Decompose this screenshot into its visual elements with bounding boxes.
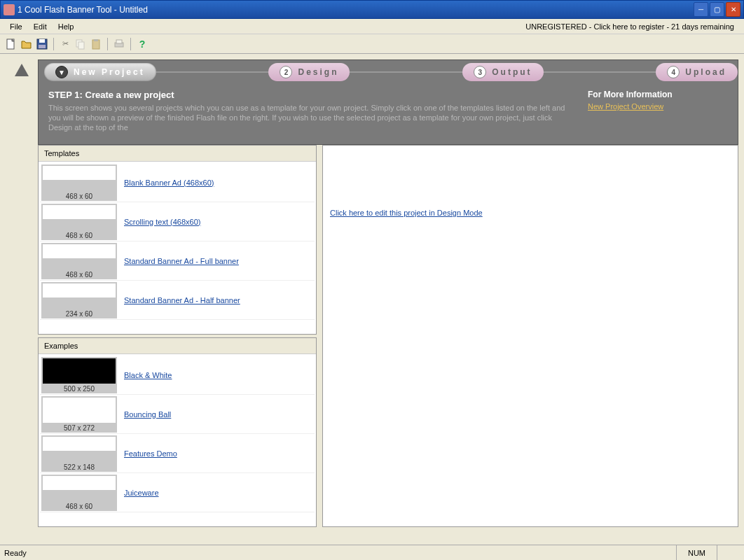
step-label: New Project (74, 67, 145, 77)
template-dimensions: 522 x 148 (41, 463, 117, 472)
list-item[interactable]: 468 x 60Scrolling text (468x60) (40, 202, 315, 241)
template-dimensions: 507 x 272 (41, 424, 117, 433)
left-column: Templates 468 x 60Blank Banner Ad (468x6… (38, 145, 317, 527)
window-controls: ─ ▢ ✕ (694, 2, 740, 17)
list-item[interactable]: 507 x 272Bouncing Ball (40, 395, 315, 434)
content-row: Templates 468 x 60Blank Banner Ad (468x6… (38, 145, 738, 527)
toolbar-separator (130, 38, 131, 50)
step-label: Output (492, 67, 532, 77)
toolbar: ✂ ? (0, 34, 744, 54)
menu-file[interactable]: File (4, 21, 28, 32)
step-number: 4 (667, 66, 680, 78)
template-dimensions: 500 x 250 (41, 384, 117, 393)
step-upload[interactable]: 4 Upload (656, 63, 738, 81)
register-link[interactable]: UNREGISTERED - Click here to register - … (525, 22, 740, 31)
template-dimensions: 468 x 60 (41, 231, 117, 240)
paste-icon[interactable] (89, 37, 103, 51)
template-link[interactable]: Features Demo (118, 449, 177, 458)
close-button[interactable]: ✕ (726, 2, 740, 17)
triangle-indicator (6, 59, 38, 145)
help-icon[interactable]: ? (135, 37, 149, 51)
template-thumbnail: 507 x 272 (41, 396, 117, 433)
app-icon (4, 4, 15, 15)
info-section: STEP 1: Create a new project This screen… (39, 84, 738, 138)
step-label: Design (298, 67, 338, 77)
examples-panel: Examples 500 x 250Black & White507 x 272… (38, 337, 317, 527)
new-file-icon[interactable] (4, 37, 18, 51)
list-item[interactable]: 468 x 60Juiceware (40, 473, 315, 512)
svg-rect-5 (78, 42, 84, 49)
template-thumbnail: 468 x 60 (41, 164, 117, 201)
template-link[interactable]: Juiceware (118, 489, 159, 497)
preview-panel: Click here to edit this project in Desig… (322, 145, 738, 527)
menubar: File Edit Help UNREGISTERED - Click here… (0, 19, 744, 34)
titlebar: 1 Cool Flash Banner Tool - Untitled ─ ▢ … (0, 0, 744, 19)
examples-list[interactable]: 500 x 250Black & White507 x 272Bouncing … (39, 354, 316, 526)
template-thumbnail: 468 x 60 (41, 204, 117, 240)
minimize-button[interactable]: ─ (694, 2, 708, 17)
steps-line (102, 71, 717, 73)
save-file-icon[interactable] (35, 37, 49, 51)
print-icon[interactable] (112, 37, 126, 51)
template-dimensions: 468 x 60 (41, 192, 117, 201)
copy-icon[interactable] (74, 37, 88, 51)
edit-design-link[interactable]: Click here to edit this project in Desig… (330, 209, 483, 217)
window-title: 1 Cool Flash Banner Tool - Untitled (18, 5, 694, 15)
more-info-title: For More Information (588, 90, 728, 99)
preview-box (330, 153, 731, 202)
wizard-header: ▼ New Project 2 Design 3 Output 4 Upload… (38, 59, 738, 145)
template-dimensions: 468 x 60 (41, 270, 117, 279)
steps-row: ▼ New Project 2 Design 3 Output 4 Upload (39, 60, 738, 84)
list-item[interactable]: 234 x 60Standard Banner Ad - Half banner (40, 281, 315, 320)
statusbar: Ready NUM (0, 545, 744, 560)
toolbar-separator (107, 38, 108, 50)
step-design[interactable]: 2 Design (268, 63, 350, 81)
template-thumbnail: 500 x 250 (41, 357, 117, 393)
template-dimensions: 468 x 60 (41, 502, 117, 511)
step-description: This screen shows you several projects w… (48, 103, 574, 132)
template-thumbnail: 468 x 60 (41, 243, 117, 279)
template-link[interactable]: Standard Banner Ad - Full banner (118, 257, 239, 265)
template-thumbnail: 522 x 148 (41, 435, 117, 472)
template-link[interactable]: Standard Banner Ad - Half banner (118, 296, 240, 304)
examples-title: Examples (39, 338, 316, 354)
step-number: 3 (474, 66, 486, 78)
svg-rect-7 (94, 39, 98, 41)
chevron-down-icon: ▼ (55, 66, 68, 78)
svg-rect-2 (39, 39, 45, 43)
menu-help[interactable]: Help (53, 21, 80, 32)
list-item[interactable]: 500 x 250Black & White (40, 356, 315, 395)
template-link[interactable]: Bouncing Ball (118, 410, 171, 419)
wizard-header-row: ▼ New Project 2 Design 3 Output 4 Upload… (0, 54, 744, 145)
template-thumbnail: 468 x 60 (41, 475, 117, 511)
template-link[interactable]: Blank Banner Ad (468x60) (118, 178, 214, 187)
template-link[interactable]: Scrolling text (468x60) (118, 218, 200, 226)
list-item[interactable]: 522 x 148Features Demo (40, 434, 315, 473)
templates-panel: Templates 468 x 60Blank Banner Ad (468x6… (38, 145, 317, 335)
status-num: NUM (676, 545, 717, 560)
step-title: STEP 1: Create a new project (48, 90, 574, 100)
maximize-button[interactable]: ▢ (710, 2, 724, 17)
svg-rect-9 (116, 40, 122, 43)
overview-link[interactable]: New Project Overview (588, 102, 663, 111)
step-output[interactable]: 3 Output (462, 63, 543, 81)
open-file-icon[interactable] (20, 37, 34, 51)
status-pane (717, 545, 740, 560)
template-dimensions: 234 x 60 (41, 309, 117, 318)
list-item[interactable]: 468 x 60Blank Banner Ad (468x60) (40, 163, 315, 202)
status-ready: Ready (4, 549, 676, 557)
templates-title: Templates (39, 146, 316, 162)
step-label: Upload (685, 67, 726, 77)
toolbar-separator (53, 38, 54, 50)
step-new-project[interactable]: ▼ New Project (44, 63, 156, 81)
templates-list[interactable]: 468 x 60Blank Banner Ad (468x60)468 x 60… (39, 162, 316, 334)
svg-rect-3 (39, 45, 46, 48)
step-number: 2 (280, 66, 292, 78)
cut-icon[interactable]: ✂ (58, 37, 72, 51)
list-item[interactable]: 468 x 60Standard Banner Ad - Full banner (40, 241, 315, 281)
menu-edit[interactable]: Edit (28, 21, 53, 32)
template-link[interactable]: Black & White (118, 371, 172, 379)
template-thumbnail: 234 x 60 (41, 282, 117, 318)
